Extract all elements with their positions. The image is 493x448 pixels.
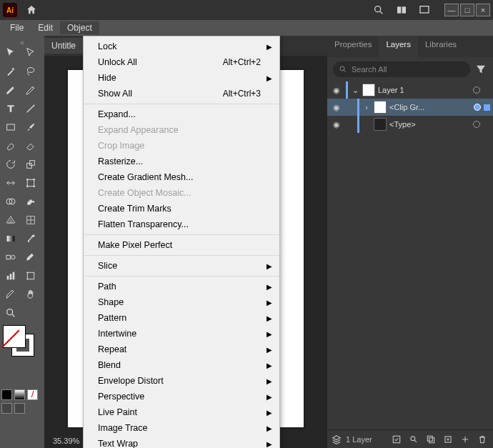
visibility-toggle[interactable]: ◉: [330, 103, 343, 112]
artboard-tool[interactable]: [21, 267, 40, 284]
layer-row[interactable]: ◉ › <Clip Gr...: [327, 99, 493, 116]
menu-object[interactable]: Object: [60, 21, 99, 34]
curvature-tool[interactable]: [21, 81, 40, 98]
menu-item-path[interactable]: Path▶: [84, 279, 279, 294]
make-clipping-mask-icon[interactable]: [424, 433, 437, 446]
paintbrush-tool[interactable]: [21, 119, 40, 135]
menu-item-expand[interactable]: Expand...: [84, 106, 279, 122]
tab-layers[interactable]: Layers: [379, 36, 418, 57]
expand-toggle[interactable]: ⌄: [351, 86, 359, 95]
menu-item-perspective[interactable]: Perspective▶: [84, 389, 279, 404]
hand-tool[interactable]: [21, 286, 40, 302]
close-button[interactable]: ×: [476, 4, 490, 16]
layer-row[interactable]: ◉ ⌄ Layer 1: [327, 81, 493, 99]
delete-layer-icon[interactable]: [476, 433, 489, 446]
menu-item-intertwine[interactable]: Intertwine▶: [84, 326, 279, 342]
pen-tool[interactable]: [1, 81, 20, 98]
tab-properties[interactable]: Properties: [327, 36, 379, 57]
target-icon[interactable]: [474, 104, 481, 111]
live-paint-tool[interactable]: [21, 193, 40, 209]
locate-object-icon[interactable]: [407, 433, 420, 446]
menu-item-label: Unlock All: [98, 57, 137, 67]
perspective-grid-tool[interactable]: [1, 211, 20, 228]
tab-libraries[interactable]: Libraries: [418, 36, 464, 57]
menu-edit[interactable]: Edit: [31, 21, 60, 34]
color-mode-gradient[interactable]: [14, 389, 25, 400]
eyedropper-tool[interactable]: [21, 230, 40, 247]
menu-item-unlock-all[interactable]: Unlock AllAlt+Ctrl+2: [84, 54, 279, 70]
expand-toggle[interactable]: ›: [362, 103, 371, 111]
line-tool[interactable]: [21, 100, 40, 116]
gradient-tool[interactable]: [1, 230, 20, 247]
menu-item-make-pixel-perfect[interactable]: Make Pixel Perfect: [84, 237, 279, 253]
menu-item-lock[interactable]: Lock▶: [84, 39, 279, 54]
menu-item-rasterize[interactable]: Rasterize...: [84, 154, 279, 169]
screen-mode-normal[interactable]: [1, 403, 12, 414]
menu-item-pattern[interactable]: Pattern▶: [84, 310, 279, 326]
svg-point-11: [26, 179, 28, 180]
menu-item-shape[interactable]: Shape▶: [84, 294, 279, 310]
home-icon[interactable]: [23, 1, 40, 19]
symbol-sprayer-tool[interactable]: [21, 249, 40, 265]
document-tab[interactable]: Untitle: [44, 38, 83, 54]
width-tool[interactable]: [1, 174, 20, 191]
new-sublayer-icon[interactable]: [442, 433, 454, 446]
shaper-tool[interactable]: [1, 137, 20, 154]
collect-for-export-icon[interactable]: [390, 433, 403, 446]
workspace-icon[interactable]: [416, 1, 433, 19]
layer-name[interactable]: <Clip Gr...: [389, 103, 471, 111]
blend-tool[interactable]: [1, 249, 20, 265]
visibility-toggle[interactable]: ◉: [330, 120, 343, 129]
menu-item-hide[interactable]: Hide▶: [84, 70, 279, 86]
color-swatches[interactable]: [1, 324, 39, 355]
selection-tool[interactable]: [1, 44, 20, 61]
eraser-tool[interactable]: [21, 137, 40, 154]
slice-tool[interactable]: [1, 286, 20, 302]
menu-item-envelope-distort[interactable]: Envelope Distort▶: [84, 373, 279, 389]
toolbar-handle[interactable]: [1, 39, 43, 44]
layer-name[interactable]: <Type>: [389, 120, 470, 129]
direct-selection-tool[interactable]: [21, 44, 40, 61]
shape-builder-tool[interactable]: [1, 193, 20, 209]
fill-swatch[interactable]: [3, 325, 26, 348]
magic-wand-tool[interactable]: [1, 63, 20, 79]
new-layer-icon[interactable]: [459, 433, 472, 446]
menu-item-flatten-transparency[interactable]: Flatten Transparency...: [84, 216, 279, 232]
menu-file[interactable]: File: [3, 21, 31, 34]
menu-item-image-trace[interactable]: Image Trace▶: [84, 420, 279, 436]
screen-mode-full[interactable]: [14, 403, 25, 414]
menu-item-create-trim-marks[interactable]: Create Trim Marks: [84, 201, 279, 216]
menu-item-slice[interactable]: Slice▶: [84, 258, 279, 274]
column-graph-tool[interactable]: [1, 267, 20, 284]
zoom-tool[interactable]: [1, 304, 20, 321]
type-tool[interactable]: [1, 100, 20, 116]
mesh-tool[interactable]: [21, 211, 40, 228]
filter-icon[interactable]: [474, 63, 487, 76]
svg-rect-24: [10, 274, 12, 279]
layer-search-input[interactable]: Search All: [333, 61, 470, 77]
minimize-button[interactable]: —: [444, 4, 459, 16]
menu-item-show-all[interactable]: Show AllAlt+Ctrl+3: [84, 86, 279, 101]
menu-item-text-wrap[interactable]: Text Wrap▶: [84, 436, 279, 448]
arrange-icon[interactable]: [393, 1, 410, 19]
rotate-tool[interactable]: [1, 156, 20, 172]
target-icon[interactable]: [473, 86, 480, 94]
search-icon: [339, 65, 347, 74]
scale-tool[interactable]: [21, 156, 40, 172]
visibility-toggle[interactable]: ◉: [330, 86, 343, 95]
target-icon[interactable]: [473, 121, 480, 128]
layer-row[interactable]: ◉ <Type>: [327, 116, 493, 133]
layer-name[interactable]: Layer 1: [378, 86, 470, 94]
color-mode-solid[interactable]: [1, 389, 12, 400]
lasso-tool[interactable]: [21, 63, 40, 79]
search-icon[interactable]: [370, 1, 387, 19]
maximize-button[interactable]: □: [460, 4, 474, 16]
rectangle-tool[interactable]: [1, 119, 20, 135]
color-mode-none[interactable]: /: [27, 389, 38, 400]
zoom-level[interactable]: 35.39%: [53, 437, 79, 445]
menu-item-live-paint[interactable]: Live Paint▶: [84, 404, 279, 420]
menu-item-blend[interactable]: Blend▶: [84, 357, 279, 373]
free-transform-tool[interactable]: [21, 174, 40, 191]
menu-item-repeat[interactable]: Repeat▶: [84, 342, 279, 357]
menu-item-create-gradient-mesh[interactable]: Create Gradient Mesh...: [84, 169, 279, 185]
